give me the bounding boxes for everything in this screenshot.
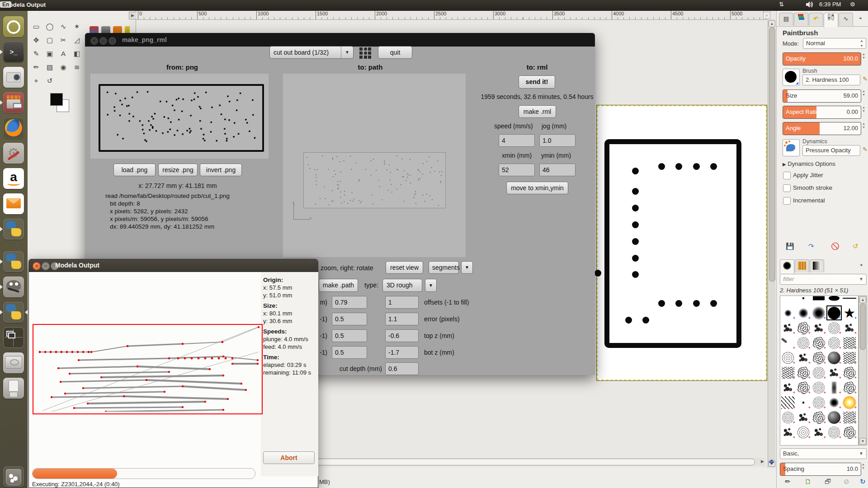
tool-icon[interactable]: ◯: [44, 21, 56, 33]
zoom-fit-icon[interactable]: ⌕: [763, 12, 770, 19]
brush-item[interactable]: +: [826, 320, 842, 335]
brush-item[interactable]: +: [842, 335, 857, 350]
segments-chevron-icon[interactable]: ▼: [461, 261, 473, 274]
param-input-b[interactable]: 1.1: [385, 313, 419, 325]
dock-collapse-icon[interactable]: ◂: [859, 15, 861, 20]
spacing-slider[interactable]: Spacing 10.0: [780, 463, 861, 476]
restore-tool-preset-icon[interactable]: ↷: [808, 242, 814, 250]
launcher-icon-firefox[interactable]: [3, 117, 24, 138]
brush-item[interactable]: +: [796, 335, 811, 350]
category-chevron-icon[interactable]: ▼: [859, 449, 863, 459]
close-icon[interactable]: ×: [90, 37, 98, 45]
brush-item[interactable]: +: [796, 320, 811, 335]
brush-item[interactable]: +: [842, 380, 857, 395]
brush-item[interactable]: +: [796, 395, 811, 410]
brush-item[interactable]: +: [842, 410, 857, 425]
dynamics-field[interactable]: Pressure Opacity: [802, 145, 860, 156]
brush-item[interactable]: +: [780, 380, 796, 395]
grid-view-icon[interactable]: [359, 47, 372, 59]
chevron-down-icon[interactable]: ▼: [341, 47, 353, 58]
brush-item[interactable]: +: [811, 380, 826, 395]
tool-icon[interactable]: ⌖: [30, 75, 42, 87]
fab-titlebar[interactable]: × – □ make_png_rml: [85, 33, 595, 47]
brush-item[interactable]: +: [780, 395, 796, 410]
preset-dropdown[interactable]: cut out board (1/32) ▼: [269, 46, 354, 59]
tool-icon[interactable]: ◿: [71, 34, 83, 46]
brush-filter-input[interactable]: filter ▼: [780, 274, 867, 285]
brush-item[interactable]: [811, 296, 826, 305]
launcher-icon-usb-drive[interactable]: [3, 378, 24, 399]
brush-grid[interactable]: ++++★+++++++++++++++++++++++++++++++++++…: [780, 296, 859, 446]
brush-item[interactable]: [842, 296, 857, 305]
launcher-icon-workspace-switcher[interactable]: [3, 327, 24, 348]
spinner-icons[interactable]: ▲▼: [860, 38, 863, 48]
launcher-icon-gimp[interactable]: [3, 277, 24, 297]
brush-item-selected[interactable]: +: [826, 305, 842, 320]
edit-brush-icon[interactable]: ✎: [863, 75, 868, 82]
scroll-up-icon[interactable]: ▲: [769, 20, 775, 27]
brush-item[interactable]: +: [796, 425, 811, 440]
brush-item[interactable]: +: [796, 410, 811, 425]
param-input-b[interactable]: -0.6: [385, 329, 419, 342]
edit-brush-icon[interactable]: ✏: [785, 478, 791, 486]
brush-item[interactable]: +: [811, 365, 826, 380]
dynamics-preview[interactable]: [783, 139, 800, 156]
tool-icon[interactable]: ▭: [30, 21, 42, 33]
tool-icon[interactable]: ▣: [44, 48, 56, 60]
brush-item[interactable]: +: [780, 425, 796, 440]
aspect-ratio-slider[interactable]: Aspect Ratio 0.00: [783, 106, 861, 119]
launcher-icon-python-3[interactable]: [3, 302, 24, 323]
size-slider[interactable]: Size 59.00: [783, 89, 861, 103]
tool-icon[interactable]: ↺: [44, 75, 56, 87]
tool-icon[interactable]: ◧: [71, 48, 83, 60]
brush-item[interactable]: +: [780, 350, 796, 365]
reset-view-button[interactable]: reset view: [386, 261, 423, 274]
move-to-xmin-ymin-button[interactable]: move to xmin,ymin: [506, 182, 568, 194]
checkbox-incremental[interactable]: [783, 197, 791, 205]
launcher-icon-python-2[interactable]: [3, 251, 24, 272]
abort-button[interactable]: Abort: [263, 451, 315, 464]
launcher-icon-amazon[interactable]: a: [3, 168, 24, 189]
tab-paths[interactable]: ∿: [839, 13, 853, 26]
delete-tool-preset-icon[interactable]: 🚫: [831, 242, 840, 250]
brush-item[interactable]: [826, 296, 842, 305]
angle-slider[interactable]: Angle 12.00: [783, 122, 861, 135]
brush-item[interactable]: +: [811, 395, 826, 410]
ruler-menu-button[interactable]: ▶: [129, 12, 137, 19]
keyboard-layout-indicator[interactable]: En: [0, 1, 11, 8]
tab-patterns[interactable]: [795, 259, 809, 272]
tool-icon[interactable]: ✂: [57, 34, 69, 46]
brush-item[interactable]: ★+: [842, 305, 857, 320]
brush-item[interactable]: +: [811, 335, 826, 350]
segments-dropdown[interactable]: segments: [429, 261, 459, 274]
canvas-vertical-scrollbar[interactable]: ▲ ▼: [768, 19, 775, 468]
dynamics-options-expander[interactable]: ▶ Dynamics Options: [783, 160, 835, 167]
ymin-input[interactable]: 46: [539, 164, 576, 176]
vertical-scroll-thumb[interactable]: [769, 28, 775, 282]
param-input-a[interactable]: 0.5: [332, 329, 367, 342]
volume-icon[interactable]: [806, 1, 814, 9]
brush-item[interactable]: +: [842, 350, 857, 365]
brush-item[interactable]: +: [842, 320, 857, 335]
tab-channels[interactable]: [794, 13, 808, 26]
canvas-navigation-icon[interactable]: ✥: [768, 458, 775, 466]
network-updown-icon[interactable]: ⇅: [779, 1, 784, 8]
brush-item[interactable]: +: [842, 425, 857, 440]
modela-titlebar[interactable]: × – ▫ Modela Output: [29, 259, 318, 272]
brush-item[interactable]: +: [796, 305, 811, 320]
delete-brush-icon[interactable]: ⊘: [844, 478, 849, 486]
brush-item[interactable]: +: [780, 410, 796, 425]
tab-tool-options[interactable]: [824, 13, 838, 27]
tool-icon[interactable]: ∿: [57, 21, 69, 33]
scroll-right-icon[interactable]: ▶: [761, 459, 764, 464]
brush-item[interactable]: +: [842, 365, 857, 380]
brush-item[interactable]: +: [796, 380, 811, 395]
save-tool-preset-icon[interactable]: 💾: [786, 242, 794, 250]
path-type-chevron-icon[interactable]: ▼: [425, 279, 437, 292]
reset-tool-icon[interactable]: ↺: [853, 242, 859, 250]
param-input-a[interactable]: 0.79: [332, 296, 367, 309]
launcher-icon-system-settings[interactable]: ⚙: [3, 143, 24, 164]
tab-gradients[interactable]: [810, 259, 824, 272]
launcher-icon-trash[interactable]: [3, 466, 24, 487]
xmin-input[interactable]: 52: [499, 164, 535, 176]
